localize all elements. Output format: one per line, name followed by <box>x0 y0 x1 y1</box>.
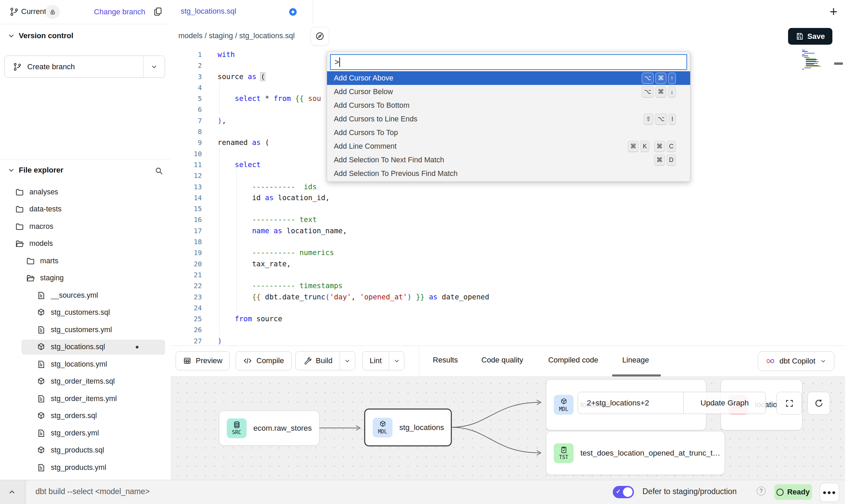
lineage-selector-input[interactable]: 2+stg_locations+2 <box>578 399 683 407</box>
compass-button[interactable] <box>311 27 329 45</box>
active-tab-underline <box>612 374 661 376</box>
preview-button[interactable]: Preview <box>176 351 230 370</box>
palette-item-add-selection-to-previous-find-match[interactable]: Add Selection To Previous Find Match <box>327 167 690 180</box>
palette-item-add-cursor-above[interactable]: Add Cursor Above⌥⌘↑ <box>327 71 690 85</box>
dbt-copilot-icon <box>766 356 775 366</box>
file-row-staging[interactable]: staging <box>0 270 171 287</box>
panel-header-divider <box>419 346 419 376</box>
palette-item-add-cursors-to-line-ends[interactable]: Add Cursors to Line Ends⇧⌥I <box>327 112 690 126</box>
palette-item-add-cursors-to-bottom[interactable]: Add Cursors To Bottom <box>327 99 690 112</box>
file-row-macros[interactable]: macros <box>0 218 171 235</box>
file-row-analyses[interactable]: analyses <box>0 183 171 201</box>
panel-tab-code-quality[interactable]: Code quality <box>481 356 523 365</box>
file-row-stg_orders.yml[interactable]: stg_orders.yml <box>0 425 171 442</box>
file-row-marts[interactable]: marts <box>0 252 171 270</box>
save-button[interactable]: Save <box>788 28 832 45</box>
model-badge: MDL <box>373 418 392 438</box>
create-branch-button[interactable]: Create branch <box>4 56 165 78</box>
file-row-stg_customers.yml[interactable]: stg_customers.yml <box>0 321 171 339</box>
minimap[interactable] <box>802 50 818 71</box>
file-label: stg_orders.yml <box>51 429 99 438</box>
code-line-27: ) <box>218 336 489 345</box>
refresh-button[interactable] <box>807 392 830 415</box>
panel-tab-lineage[interactable]: Lineage <box>622 356 649 365</box>
chevron-down-icon <box>7 32 15 40</box>
palette-item-label: Add Line Comment <box>334 142 397 151</box>
fullscreen-button[interactable] <box>776 392 802 415</box>
file-row-stg_products.yml[interactable]: stg_products.yml <box>0 459 171 476</box>
file-label: stg_locations.sql <box>51 343 105 351</box>
file-row-stg_order_items.yml[interactable]: stg_order_items.yml <box>0 390 171 407</box>
folder-icon <box>26 256 35 266</box>
file-row-__sources.yml[interactable]: __sources.yml <box>0 287 171 304</box>
palette-item-add-line-comment[interactable]: Add Line Comment⌘K⌘C <box>327 139 690 153</box>
file-row-stg_order_items.sql[interactable]: stg_order_items.sql <box>0 373 171 390</box>
text-cursor <box>339 57 340 67</box>
file-row-data-tests[interactable]: data-tests <box>0 201 171 218</box>
palette-item-partial[interactable] <box>327 180 690 182</box>
palette-item-add-cursor-below[interactable]: Add Cursor Below⌥⌘↓ <box>327 85 690 99</box>
build-button[interactable]: Build <box>295 351 355 370</box>
current-branch-label: Current <box>21 7 46 16</box>
panel-tab-compiled-code[interactable]: Compiled code <box>548 356 598 365</box>
dbt-copilot-button[interactable]: dbt Copilot <box>758 351 834 371</box>
lineage-selector-bar: 2+stg_locations+2 Update Graph <box>578 392 766 414</box>
panel-tab-results[interactable]: Results <box>433 356 458 365</box>
file-label: analyses <box>29 188 58 196</box>
copy-icon[interactable] <box>153 6 163 17</box>
new-tab-button[interactable]: + <box>830 4 837 19</box>
keyboard-key: ⌘ <box>628 141 639 152</box>
source-badge: SRC <box>227 418 247 438</box>
file-label: stg_locations.yml <box>51 360 107 369</box>
collapse-command-bar-button[interactable] <box>8 488 16 496</box>
folder-icon <box>15 205 24 214</box>
file-label: stg_customers.sql <box>51 308 110 317</box>
palette-item-add-selection-to-next-find-match[interactable]: Add Selection To Next Find Match⌘D <box>327 153 690 167</box>
more-options-button[interactable]: ●●● <box>820 483 839 502</box>
code-line-14: id as location_id, <box>218 192 489 203</box>
build-dropdown[interactable] <box>340 352 355 370</box>
lint-button[interactable]: Lint <box>362 351 404 370</box>
compile-button[interactable]: Compile <box>236 351 292 370</box>
code-line-25: from source <box>218 313 489 324</box>
command-bar-divider <box>25 480 25 504</box>
update-graph-button[interactable]: Update Graph <box>684 399 766 407</box>
code-line-17: name as location_name, <box>218 225 489 236</box>
lineage-node-stg_locations[interactable]: MDLstg_locations <box>364 409 452 446</box>
defer-toggle[interactable]: ✓ <box>613 486 634 498</box>
palette-input[interactable]: > <box>330 54 687 70</box>
file-row-stg_products.sql[interactable]: stg_products.sql <box>0 442 171 459</box>
palette-item-label: Add Cursors to Line Ends <box>334 115 417 123</box>
file-row-stg_locations.yml[interactable]: stg_locations.yml <box>0 356 171 373</box>
file-row-stg_locations.sql[interactable]: stg_locations.sql <box>0 339 171 356</box>
code-line-21 <box>218 269 489 280</box>
model-badge: MDL <box>554 395 574 415</box>
lineage-node-ecom-raw_stores[interactable]: SRCecom.raw_stores <box>219 411 320 446</box>
lineage-node-test_does_location_opened_at_trunc_t-[interactable]: TSTtest_does_location_opened_at_trunc_t… <box>546 431 725 475</box>
palette-item-add-cursors-to-top[interactable]: Add Cursors To Top <box>327 126 690 139</box>
tab-stg-locations-sql[interactable]: stg_locations.sql <box>171 0 313 24</box>
preview-label: Preview <box>196 356 222 365</box>
file-explorer-section-header[interactable]: File explorer <box>7 166 163 175</box>
help-icon[interactable]: ? <box>757 487 766 495</box>
status-circle-icon <box>776 489 784 496</box>
file-label: stg_order_items.sql <box>51 377 115 386</box>
file-label: stg_products.sql <box>51 446 104 455</box>
lint-dropdown[interactable] <box>389 352 404 370</box>
model-icon <box>36 377 46 386</box>
file-label: stg_order_items.yml <box>51 395 117 403</box>
folder-open-icon <box>26 273 35 283</box>
tab-label: stg_locations.sql <box>181 7 236 16</box>
overview-ruler-marker <box>834 62 843 65</box>
create-branch-dropdown[interactable] <box>143 56 165 77</box>
version-control-section-header[interactable]: Version control <box>7 31 73 40</box>
change-branch-link[interactable]: Change branch <box>94 8 145 16</box>
chevron-down-icon <box>344 357 351 365</box>
search-icon[interactable] <box>154 166 163 175</box>
branch-header: Current Change branch <box>0 0 171 24</box>
file-row-stg_customers.sql[interactable]: stg_customers.sql <box>0 304 171 322</box>
file-row-models[interactable]: models <box>0 235 171 253</box>
keyboard-key: C <box>667 141 676 152</box>
lineage-canvas[interactable]: SRCecom.raw_storesMDLstg_locationsMDLloc… <box>171 377 845 480</box>
file-row-stg_orders.sql[interactable]: stg_orders.sql <box>0 407 171 425</box>
